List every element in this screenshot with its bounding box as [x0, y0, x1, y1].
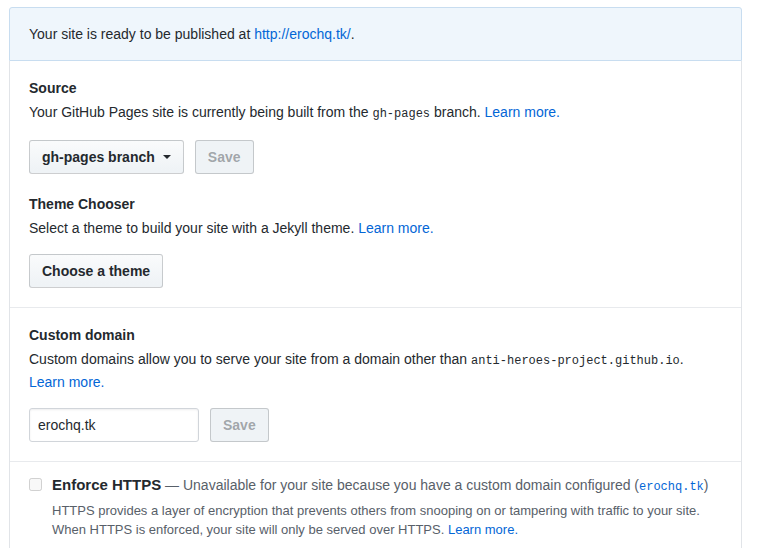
- theme-chooser-heading: Theme Chooser: [29, 196, 722, 212]
- custom-domain-save-button[interactable]: Save: [210, 408, 269, 442]
- https-learn-more-link[interactable]: Learn more.: [448, 522, 518, 537]
- custom-domain-description: Custom domains allow you to serve your s…: [29, 349, 722, 393]
- source-controls: gh-pages branch Save: [29, 140, 722, 174]
- source-description: Your GitHub Pages site is currently bein…: [29, 102, 722, 125]
- branch-select-label: gh-pages branch: [42, 147, 155, 167]
- banner-text-before: Your site is ready to be published at: [29, 26, 254, 42]
- section-enforce-https: Enforce HTTPS — Unavailable for your sit…: [10, 461, 741, 548]
- section-custom-domain: Custom domain Custom domains allow you t…: [10, 307, 741, 461]
- theme-desc: Select a theme to build your site with a…: [29, 220, 358, 236]
- source-learn-more-link[interactable]: Learn more.: [485, 104, 560, 120]
- enforce-https-option: Enforce HTTPS — Unavailable for your sit…: [29, 475, 722, 539]
- section-source-theme: Source Your GitHub Pages site is current…: [10, 61, 741, 307]
- github-pages-settings: Your site is ready to be published at ht…: [9, 7, 742, 548]
- site-url-link[interactable]: http://erochq.tk/: [254, 26, 351, 42]
- https-domain-link[interactable]: erochq.tk: [639, 477, 704, 493]
- custom-domain-input[interactable]: [29, 408, 199, 442]
- enforce-https-label-line: Enforce HTTPS — Unavailable for your sit…: [52, 475, 722, 497]
- source-desc-after: branch.: [430, 104, 484, 120]
- source-heading: Source: [29, 80, 722, 96]
- https-unavailable-close-paren: ): [704, 477, 709, 493]
- source-group: Source Your GitHub Pages site is current…: [29, 80, 722, 174]
- chevron-down-icon: [163, 155, 171, 159]
- https-note: HTTPS provides a layer of encryption tha…: [52, 501, 722, 539]
- source-save-button[interactable]: Save: [195, 140, 254, 174]
- custom-domain-learn-more-link[interactable]: Learn more.: [29, 374, 104, 390]
- choose-theme-button[interactable]: Choose a theme: [29, 254, 163, 288]
- https-note-line1: HTTPS provides a layer of encryption tha…: [52, 503, 700, 518]
- custom-domain-desc-after: .: [680, 351, 684, 367]
- enforce-https-label: Enforce HTTPS: [52, 476, 161, 493]
- theme-learn-more-link[interactable]: Learn more.: [358, 220, 433, 236]
- settings-box: Source Your GitHub Pages site is current…: [9, 61, 742, 548]
- branch-code: gh-pages: [372, 107, 430, 121]
- publish-banner: Your site is ready to be published at ht…: [9, 7, 742, 61]
- branch-select-button[interactable]: gh-pages branch: [29, 140, 184, 174]
- custom-domain-heading: Custom domain: [29, 327, 722, 343]
- custom-domain-controls: Save: [29, 408, 722, 442]
- banner-text-after: .: [351, 26, 355, 42]
- enforce-https-checkbox[interactable]: [29, 478, 42, 491]
- https-domain-code: erochq.tk: [639, 480, 704, 494]
- theme-chooser-group: Theme Chooser Select a theme to build yo…: [29, 196, 722, 288]
- github-io-domain-code: anti-heroes-project.github.io: [471, 354, 680, 368]
- source-desc-before: Your GitHub Pages site is currently bein…: [29, 104, 372, 120]
- theme-controls: Choose a theme: [29, 254, 722, 288]
- custom-domain-desc-before: Custom domains allow you to serve your s…: [29, 351, 471, 367]
- theme-chooser-description: Select a theme to build your site with a…: [29, 218, 722, 239]
- https-note-line2: When HTTPS is enforced, your site will o…: [52, 522, 448, 537]
- https-unavailable-text: — Unavailable for your site because you …: [161, 477, 639, 493]
